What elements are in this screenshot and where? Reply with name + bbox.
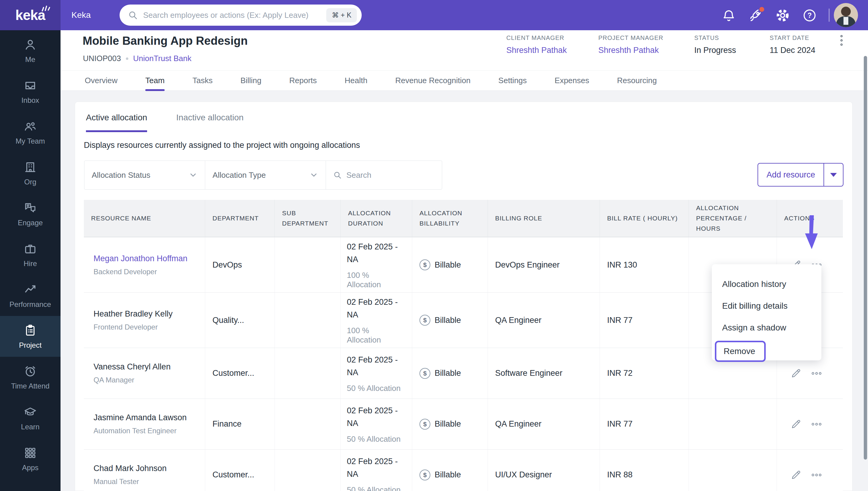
sidebar-item-project[interactable]: Project xyxy=(0,316,60,357)
menu-item-assign-a-shadow[interactable]: Assign a shadow xyxy=(712,317,821,339)
app-name: Keka xyxy=(72,0,91,30)
client-manager-link[interactable]: Shreshth Pathak xyxy=(506,46,598,55)
billable-icon: $ xyxy=(419,315,430,326)
resource-name-link[interactable]: Heather Bradley Kelly xyxy=(93,309,172,319)
trend-icon xyxy=(23,283,37,297)
resource-name-link[interactable]: Vanessa Cheryl Allen xyxy=(93,362,171,372)
annotation-arrow-icon xyxy=(802,215,820,253)
tab-active-allocation[interactable]: Active allocation xyxy=(86,113,147,132)
table-search-input[interactable] xyxy=(346,171,435,180)
tab-billing[interactable]: Billing xyxy=(240,71,261,91)
department-cell: DevOps xyxy=(205,237,275,292)
notifications-bell-icon[interactable] xyxy=(722,8,736,22)
sidebar-item-performance[interactable]: Performance xyxy=(0,275,60,316)
sidebar-item-apps[interactable]: Apps xyxy=(0,438,60,479)
global-search-input[interactable] xyxy=(143,10,326,20)
tab-resourcing[interactable]: Resourcing xyxy=(617,71,657,91)
dot-separator xyxy=(126,57,128,60)
sidebar-item-label: Apps xyxy=(22,463,39,472)
keka-logo[interactable]: keka xyxy=(0,0,60,30)
billability-cell: $ Billable xyxy=(412,348,488,399)
duration-cell: 02 Feb 2025 - NA 50 % Allocation xyxy=(341,348,412,399)
column-header-allocation-billability: ALLOCATION BILLABILITY xyxy=(412,200,488,237)
billable-icon: $ xyxy=(419,368,430,379)
billable-icon: $ xyxy=(419,469,430,481)
billability-text: Billable xyxy=(435,260,461,270)
billing-role-cell: QA Engineer xyxy=(488,293,600,348)
clock-icon xyxy=(23,364,37,378)
column-header-allocation-percentage: ALLOCATION PERCENTAGE / HOURS xyxy=(689,200,777,237)
resource-role: QA Manager xyxy=(93,376,134,384)
billable-icon: $ xyxy=(419,419,430,430)
edit-pencil-icon[interactable] xyxy=(790,368,802,379)
sidebar-item-my-team[interactable]: My Team xyxy=(0,112,60,153)
resource-name-link[interactable]: Jasmine Amanda Lawson xyxy=(93,413,187,422)
help-icon[interactable]: ? xyxy=(803,8,817,22)
resource-role: Automation Test Engineer xyxy=(93,427,177,435)
sidebar-item-label: Time Attend xyxy=(11,382,49,390)
add-resource-label[interactable]: Add resource xyxy=(758,164,823,186)
sidebar-item-me[interactable]: Me xyxy=(0,30,60,71)
sidebar-item-label: Performance xyxy=(9,300,51,309)
sidebar-item-org[interactable]: Org xyxy=(0,153,60,194)
bill-rate-cell: INR 88 xyxy=(600,450,689,491)
chat-icon xyxy=(23,201,37,215)
sub-department-cell xyxy=(275,348,341,399)
tab-tasks[interactable]: Tasks xyxy=(192,71,213,91)
field-label: PROJECT MANAGER xyxy=(598,34,694,41)
sidebar-item-label: Project xyxy=(19,341,42,349)
row-ellipsis-menu-icon[interactable] xyxy=(811,469,822,481)
menu-item-edit-billing-details[interactable]: Edit billing details xyxy=(712,295,821,317)
sidebar-item-learn[interactable]: Learn xyxy=(0,398,60,438)
user-avatar[interactable] xyxy=(834,3,858,27)
global-search[interactable]: ⌘ + K xyxy=(119,4,362,26)
menu-item-allocation-history[interactable]: Allocation history xyxy=(712,273,821,295)
project-kebab-menu-icon[interactable] xyxy=(835,35,847,46)
tab-overview[interactable]: Overview xyxy=(85,71,117,91)
edit-pencil-icon[interactable] xyxy=(790,469,802,481)
allocation-type-dropdown[interactable]: Allocation Type xyxy=(205,161,326,189)
table-search[interactable] xyxy=(326,161,442,189)
tab-inactive-allocation[interactable]: Inactive allocation xyxy=(176,113,244,132)
add-resource-button[interactable]: Add resource xyxy=(758,163,843,186)
billability-text: Billable xyxy=(435,470,461,480)
row-ellipsis-menu-icon[interactable] xyxy=(811,368,822,379)
column-header-sub-department: SUB DEPARTMENT xyxy=(275,200,341,237)
tab-team[interactable]: Team xyxy=(145,71,165,91)
remove-highlight-box[interactable]: Remove xyxy=(715,341,766,362)
tab-reports[interactable]: Reports xyxy=(289,71,317,91)
clipboard-icon xyxy=(23,323,37,338)
department-cell: Finance xyxy=(205,399,275,449)
top-bar: keka Keka ⌘ + K ? xyxy=(0,0,868,30)
tab-expenses[interactable]: Expenses xyxy=(555,71,589,91)
resource-name-link[interactable]: Chad Mark Johnson xyxy=(93,464,167,473)
client-link[interactable]: UnionTrust Bank xyxy=(133,54,192,63)
billability-cell: $ Billable xyxy=(412,399,488,449)
add-resource-dropdown-toggle[interactable] xyxy=(823,164,843,186)
edit-pencil-icon[interactable] xyxy=(790,418,802,430)
resource-role: Frontend Developer xyxy=(93,323,158,331)
sidebar-item-inbox[interactable]: Inbox xyxy=(0,71,60,112)
resource-name-link[interactable]: Megan Jonathon Hoffman xyxy=(93,254,187,263)
allocation-text: 100 % Allocation xyxy=(347,270,405,289)
project-manager-field: PROJECT MANAGER Shreshth Pathak xyxy=(598,34,694,55)
tab-settings[interactable]: Settings xyxy=(498,71,527,91)
sidebar-item-engage[interactable]: Engage xyxy=(0,194,60,234)
billability-text: Billable xyxy=(435,316,461,325)
settings-gear-icon[interactable] xyxy=(776,8,790,22)
sidebar-item-hire[interactable]: Hire xyxy=(0,234,60,275)
column-header-bill-rate: BILL RATE ( HOURLY) xyxy=(600,200,689,237)
resource-name-cell: Megan Jonathon Hoffman Backend Developer xyxy=(84,237,205,292)
menu-item-remove[interactable]: Remove xyxy=(712,339,821,364)
vertical-scrollbar[interactable] xyxy=(864,56,867,460)
tab-revenue-recognition[interactable]: Revenue Recognition xyxy=(395,71,471,91)
duration-cell: 02 Feb 2025 - NA 50 % Allocation xyxy=(341,450,412,491)
project-manager-link[interactable]: Shreshth Pathak xyxy=(598,46,694,55)
tab-health[interactable]: Health xyxy=(345,71,368,91)
svg-text:?: ? xyxy=(808,11,812,19)
sidebar-item-time-attend[interactable]: Time Attend xyxy=(0,357,60,398)
row-ellipsis-menu-icon[interactable] xyxy=(811,418,822,430)
table-row: Jasmine Amanda Lawson Automation Test En… xyxy=(84,399,843,450)
team-icon xyxy=(23,119,37,133)
allocation-status-dropdown[interactable]: Allocation Status xyxy=(84,161,205,189)
